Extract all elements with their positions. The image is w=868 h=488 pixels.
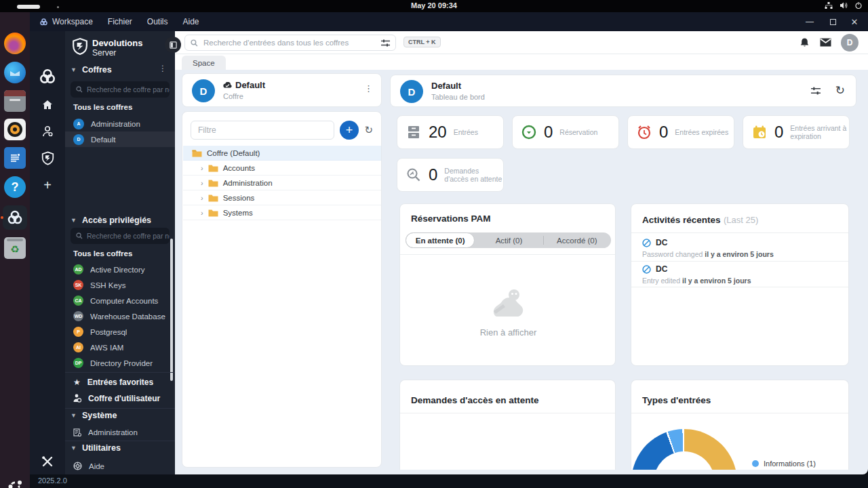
menu-fichier[interactable]: Fichier (108, 17, 132, 26)
recent-activities-card: Activités récentes (Last 25) DC Password… (631, 203, 849, 366)
devolutions-running-dot (1, 216, 3, 219)
activity-row[interactable]: DC (642, 264, 667, 274)
tab-space[interactable]: Space (182, 56, 226, 70)
coffres-kebab-icon[interactable]: ⋮ (159, 64, 167, 73)
vault-panel-title: Default (235, 80, 265, 90)
dashboard-subtitle: Tableau de bord (431, 93, 485, 101)
home-icon[interactable] (30, 94, 65, 117)
vaults-shield-icon[interactable] (30, 146, 65, 169)
tree-row-accounts[interactable]: › Accounts (183, 161, 382, 176)
network-icon[interactable] (825, 1, 833, 9)
add-entry-button[interactable]: + (340, 121, 359, 140)
entry-types-donut-chart (631, 429, 737, 470)
pam-section-header[interactable]: ▼ Accès privilégiés (71, 216, 151, 225)
collapse-sidebar-button[interactable] (165, 37, 181, 53)
sidebar-item-directory-provider[interactable]: DP Directory Provider (65, 355, 175, 371)
divider (543, 236, 544, 245)
divider (400, 413, 616, 413)
divider (65, 441, 175, 441)
stat-pending-requests[interactable]: 0 Demandes d'accès en attente (397, 158, 504, 192)
vault-search-input[interactable]: Recherche de coffre par nom (71, 81, 170, 98)
sidebar-item-user-vault[interactable]: Coffre d'utilisateur (65, 390, 175, 406)
tab-en-attente[interactable]: En attente (0) (406, 232, 475, 248)
system-section-header[interactable]: ▼ Système (71, 411, 117, 420)
chevron-down-icon: ▼ (71, 217, 77, 224)
dashboard-filter-icon[interactable] (811, 87, 821, 95)
sidebar: Devolutions Server ▼ Coffres ⋮ Recherche… (65, 31, 175, 474)
app-title: Devolutions (92, 38, 142, 48)
sidebar-item-computer-accounts[interactable]: CA Computer Accounts (65, 293, 175, 308)
global-search-input[interactable]: Recherche d'entrées dans tous les coffre… (184, 35, 396, 51)
chevron-right-icon: › (201, 209, 203, 217)
sidebar-scrollbar[interactable] (170, 239, 173, 381)
dashboard-refresh-icon[interactable]: ↻ (835, 83, 845, 98)
power-icon[interactable] (854, 1, 863, 9)
devolutions-logo-icon (30, 65, 65, 88)
workspace-logo-icon (39, 18, 48, 26)
sidebar-item-aws-iam[interactable]: AI AWS IAM (65, 340, 175, 355)
sidebar-item-favorites[interactable]: ★ Entrées favorites (65, 374, 175, 390)
sidebar-item-postgresql[interactable]: P Postgresql (65, 324, 175, 340)
tab-actif[interactable]: Actif (0) (475, 232, 542, 248)
sidebar-item-default[interactable]: D Default (65, 131, 175, 147)
calendar-clock-icon (751, 124, 768, 140)
tree-filter-input[interactable]: Filtre (191, 121, 334, 140)
admin-console-icon (73, 428, 81, 436)
sidebar-item-active-directory[interactable]: AD Active Directory (65, 262, 175, 277)
sidebar-item-administration[interactable]: A Administration (65, 116, 175, 131)
stat-expiring[interactable]: 0 Entrées arrivant à expiration (743, 115, 850, 149)
thunderbird-icon[interactable] (4, 62, 26, 83)
menu-outils[interactable]: Outils (147, 17, 168, 26)
window-maximize-button[interactable] (823, 12, 842, 31)
help-icon[interactable]: ? (4, 176, 26, 198)
stat-entries[interactable]: 20 Entrées (397, 115, 504, 149)
rhythmbox-icon[interactable] (4, 119, 26, 140)
vault-avatar-cloud: D (73, 134, 84, 145)
tab-accorde[interactable]: Accordé (0) (543, 232, 611, 248)
coffres-section-header[interactable]: ▼ Coffres (71, 65, 112, 75)
activity-detail: Entry edited il y a environ 5 jours (642, 277, 751, 285)
tree-row-administration[interactable]: › Administration (183, 176, 382, 190)
legend-item[interactable]: Informations (1) (752, 460, 816, 468)
window-close-button[interactable]: ✕ (845, 12, 864, 31)
sidebar-item-system-administration[interactable]: Administration (65, 424, 175, 440)
add-vault-icon[interactable]: + (30, 174, 65, 197)
tools-icon[interactable] (30, 450, 65, 473)
ubuntu-logo-icon[interactable] (4, 476, 26, 488)
stat-expired[interactable]: 0 Entrées expirées (627, 115, 734, 149)
trash-icon[interactable]: ♻ (4, 237, 26, 259)
system-tray[interactable] (825, 1, 863, 9)
entry-types-card: Types d'entrées Informations (1) (631, 380, 849, 470)
user-key-icon[interactable] (30, 120, 65, 143)
devolutions-dock-icon[interactable] (4, 207, 26, 228)
alarm-icon (636, 124, 652, 140)
user-avatar[interactable]: D (841, 34, 859, 52)
sidebar-item-warehouse-database[interactable]: WD Warehouse Database (65, 308, 175, 324)
activity-row[interactable]: DC (642, 238, 667, 247)
tree-root-row[interactable]: Coffre (Default) (183, 146, 382, 161)
pam-search-input[interactable]: Recherche de coffre par nom (71, 228, 170, 244)
volume-icon[interactable] (840, 1, 848, 9)
system-clock[interactable]: May 20 09:34 (0, 1, 868, 9)
sidebar-item-aide[interactable]: Aide (65, 458, 175, 474)
tree-row-sessions[interactable]: › Sessions (183, 190, 382, 205)
sidebar-item-ssh-keys[interactable]: SK SSH Keys (65, 277, 175, 293)
window-minimize-button[interactable]: — (800, 12, 819, 31)
chevron-right-icon: › (201, 194, 203, 202)
utilities-section-header[interactable]: ▼ Utilitaires (71, 443, 121, 453)
libreoffice-icon[interactable] (4, 147, 26, 169)
filter-sliders-icon[interactable] (381, 39, 390, 47)
tree-row-systems[interactable]: › Systems (183, 205, 382, 220)
stat-reservation[interactable]: 0 Réservation (512, 115, 619, 149)
menu-bar: Workspace Fichier Outils Aide (39, 17, 199, 26)
menu-workspace[interactable]: Workspace (39, 17, 93, 26)
firefox-icon[interactable] (4, 33, 26, 54)
vault-kebab-icon[interactable]: ⋮ (364, 83, 373, 94)
divider (65, 408, 175, 409)
mail-icon[interactable] (820, 38, 831, 47)
files-icon[interactable] (4, 90, 26, 112)
notifications-bell-icon[interactable] (800, 37, 810, 48)
menu-aide[interactable]: Aide (183, 17, 199, 26)
vault-avatar: DP (73, 358, 83, 368)
refresh-icon[interactable]: ↻ (364, 124, 373, 136)
